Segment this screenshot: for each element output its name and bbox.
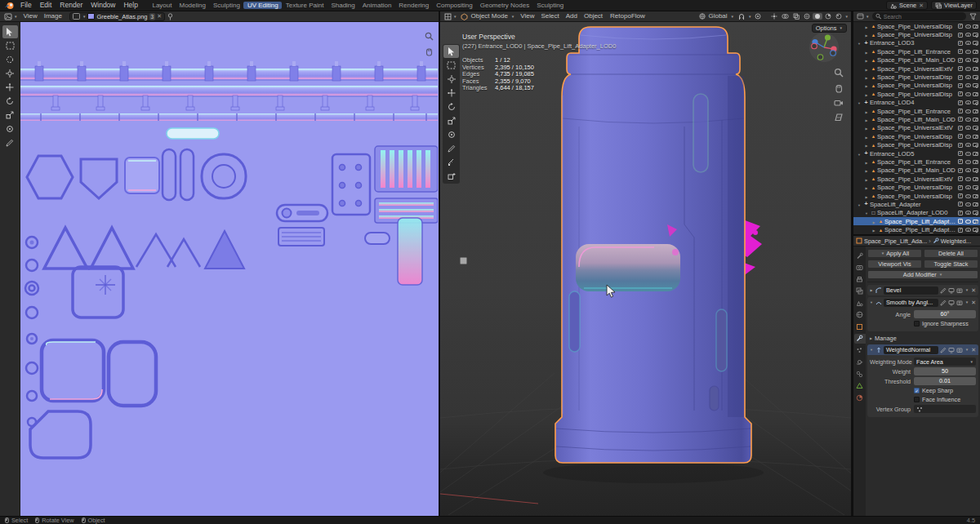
show-gizmo-icon[interactable] (769, 13, 779, 20)
hide-render-toggle[interactable] (973, 33, 978, 37)
outliner-row[interactable]: SpaceLift_Adapter_LOD0 (853, 209, 980, 217)
tab-object-data[interactable] (854, 381, 866, 391)
hide-viewport-toggle[interactable] (965, 152, 971, 156)
viewport-vis-button[interactable]: Viewport Vis (867, 260, 922, 269)
hide-render-toggle[interactable] (973, 160, 978, 164)
viewport-menu-item[interactable]: Object (581, 11, 606, 21)
selectability-toggle[interactable] (958, 91, 963, 96)
outliner-row[interactable]: Space_Pipe_Lift_Main_LOD (853, 115, 980, 123)
expander-icon[interactable] (863, 56, 870, 64)
outliner-row[interactable]: Space_Pipe_Lift_Main_LOD (853, 56, 980, 64)
rotate-tool-button[interactable] (443, 100, 459, 113)
hide-viewport-toggle[interactable] (965, 126, 971, 130)
workspace-tab[interactable]: UV Editing (243, 2, 282, 9)
expander-icon[interactable] (863, 124, 870, 131)
angle-slider[interactable]: 60° (914, 310, 976, 318)
vertex-group-field[interactable] (914, 405, 976, 413)
hide-viewport-toggle[interactable] (965, 228, 971, 232)
selectability-toggle[interactable] (958, 176, 963, 181)
hide-viewport-toggle[interactable] (965, 220, 971, 224)
selectability-toggle[interactable] (958, 134, 963, 139)
perspective-toggle-icon[interactable] (834, 113, 844, 122)
rotate-tool-button[interactable] (2, 95, 18, 108)
render-toggle-icon[interactable] (956, 287, 963, 294)
overlays-icon[interactable] (780, 13, 791, 20)
selectability-toggle[interactable] (958, 126, 963, 131)
hide-render-toggle[interactable] (973, 118, 978, 122)
delete-all-button[interactable]: Delete All (924, 249, 978, 258)
expander-icon[interactable] (863, 209, 870, 216)
measure-tool-button[interactable] (443, 156, 459, 169)
hide-viewport-toggle[interactable] (965, 202, 971, 206)
outliner-row[interactable]: Space_Pipe_UniversalDisp (853, 140, 980, 149)
tab-render[interactable] (854, 263, 866, 273)
viewport-menu-item[interactable]: View (517, 11, 537, 21)
expander-icon[interactable] (863, 175, 870, 183)
move-tool-button[interactable] (2, 81, 18, 94)
outliner-row[interactable]: Space_Pipe_UniversalDisp (853, 82, 980, 90)
hide-viewport-toggle[interactable] (965, 33, 971, 37)
breadcrumb-modifier-name[interactable]: Weighted... (941, 238, 971, 245)
hide-viewport-toggle[interactable] (965, 58, 971, 62)
selectability-toggle[interactable] (958, 83, 963, 88)
workspace-tab[interactable]: Sculpting (209, 2, 243, 9)
scene-selector[interactable]: Scene ✕ (886, 1, 928, 10)
realtime-toggle-icon[interactable] (948, 347, 955, 353)
mode-selector[interactable]: Object Mode ▼ (459, 11, 516, 21)
extras-menu-icon[interactable]: ▼ (965, 348, 969, 352)
shading-material-icon[interactable] (823, 13, 833, 20)
hide-viewport-toggle[interactable] (965, 135, 971, 139)
expander-icon[interactable] (863, 141, 870, 149)
selectability-toggle[interactable] (958, 33, 963, 38)
expander-icon[interactable]: ▶ (869, 288, 874, 292)
outliner-row[interactable]: Space_Pipe_UniversalExtV (853, 175, 980, 183)
cursor-tool-button[interactable] (443, 73, 459, 86)
select-box-tool-button[interactable] (443, 59, 459, 72)
hide-render-toggle[interactable] (973, 24, 978, 29)
move-tool-button[interactable] (443, 87, 459, 100)
expander-icon[interactable] (871, 218, 877, 225)
add-primitive-tool-button[interactable] (443, 170, 459, 183)
hide-render-toggle[interactable] (973, 126, 978, 130)
workspace-tab[interactable]: Sculpting (533, 2, 568, 9)
toggle-stack-button[interactable]: Toggle Stack (924, 260, 978, 269)
hide-viewport-toggle[interactable] (965, 160, 971, 164)
annotate-tool-button[interactable] (2, 136, 18, 149)
tab-output[interactable] (854, 274, 866, 284)
outliner-display-mode[interactable]: ▼ (855, 13, 871, 20)
hide-viewport-toggle[interactable] (965, 109, 971, 113)
modifier-name-field[interactable]: Smooth by Angl... (884, 299, 938, 307)
scale-tool-button[interactable] (443, 114, 459, 127)
expander-icon[interactable] (863, 73, 870, 81)
select-circle-tool-button[interactable] (2, 53, 18, 66)
hide-render-toggle[interactable] (973, 220, 978, 224)
hide-render-toggle[interactable] (973, 75, 978, 79)
hide-viewport-toggle[interactable] (965, 24, 971, 29)
hide-viewport-toggle[interactable] (965, 67, 971, 71)
hide-render-toggle[interactable] (973, 67, 978, 71)
tab-tool[interactable] (854, 251, 866, 260)
selectability-toggle[interactable] (958, 151, 963, 156)
tab-scene[interactable] (854, 298, 866, 308)
remove-modifier-icon[interactable]: ✕ (970, 347, 977, 353)
tab-modifiers[interactable] (854, 334, 866, 344)
cursor-tool-button[interactable] (2, 67, 18, 80)
expander-icon[interactable] (863, 23, 870, 30)
app-menu-item[interactable]: Render (56, 0, 87, 11)
retopoflow-menu[interactable]: RetopoFlow (607, 11, 648, 21)
hide-viewport-toggle[interactable] (965, 118, 971, 122)
select-box-tool-button[interactable] (2, 39, 18, 52)
workspace-tab[interactable]: Texture Paint (282, 2, 327, 9)
workspace-tab[interactable]: Layout (149, 2, 176, 9)
selectability-toggle[interactable] (958, 41, 963, 46)
unlink-scene-icon[interactable]: ✕ (919, 2, 924, 9)
hide-render-toggle[interactable] (973, 109, 978, 113)
select-tweak-tool-button[interactable] (443, 45, 459, 58)
tab-view-layer[interactable] (854, 286, 866, 296)
hide-render-toggle[interactable] (973, 100, 978, 104)
selectability-toggle[interactable] (958, 211, 963, 215)
expander-icon[interactable] (863, 82, 870, 89)
tab-world[interactable] (854, 310, 866, 320)
tab-constraints[interactable] (854, 369, 866, 379)
breadcrumb-object-name[interactable]: Space_Pipe_Lift_Ada... (864, 238, 927, 245)
